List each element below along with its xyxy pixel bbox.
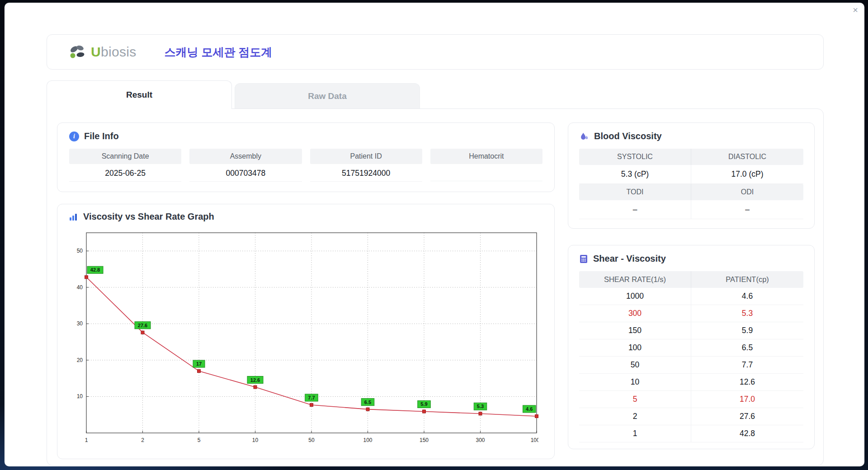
field-label: Assembly [189, 149, 302, 164]
svg-text:5.9: 5.9 [420, 401, 427, 407]
graph-card: Viscosity vs Shear Rate Graph 1020304050… [57, 204, 555, 459]
table-row: 1012.6 [579, 374, 803, 391]
svg-text:1000: 1000 [531, 437, 538, 443]
svg-text:5: 5 [198, 437, 201, 443]
table-row: 1505.9 [579, 322, 803, 339]
file-info-field: Hematocrit [430, 149, 542, 182]
result-panel: i File Info Scanning Date2025-06-25Assem… [47, 108, 824, 466]
svg-text:50: 50 [77, 248, 83, 254]
svg-text:10: 10 [252, 437, 259, 443]
close-icon[interactable]: × [853, 4, 858, 16]
svg-text:20: 20 [77, 357, 83, 363]
table-row: 227.6 [579, 408, 803, 425]
patient-cell: 5.3 [691, 305, 803, 322]
svg-text:4.6: 4.6 [526, 406, 533, 412]
svg-text:30: 30 [77, 320, 83, 327]
file-info-card: i File Info Scanning Date2025-06-25Assem… [57, 122, 555, 192]
left-column: i File Info Scanning Date2025-06-25Assem… [57, 122, 555, 459]
column-header: ODI [691, 184, 803, 200]
field-value [430, 164, 542, 181]
column-header: DIASTOLIC [691, 149, 803, 165]
patient-cell: 7.7 [691, 357, 803, 373]
shear-table-header: SHEAR RATE(1/s) PATIENT(cp) [579, 271, 803, 288]
field-label: Hematocrit [430, 149, 542, 164]
patient-cell: 12.6 [691, 374, 803, 390]
tab-result[interactable]: Result [47, 80, 232, 109]
svg-text:100: 100 [363, 437, 372, 443]
field-value: 51751924000 [310, 164, 422, 182]
file-info-header: i File Info [69, 131, 542, 141]
shear-table-body: 10004.63005.31505.91006.5507.71012.6517.… [579, 288, 803, 442]
shear-rate-cell: 10 [579, 374, 691, 390]
right-column: Blood Viscosity SYSTOLICDIASTOLIC5.3 (cP… [568, 122, 815, 449]
viscosity-chart: 10203040501251050100150300100042.827.617… [68, 227, 545, 455]
app-window: × Ubiosis 스캐닝 모세관 점도계 Result Raw Data [5, 3, 864, 466]
shear-viscosity-table: SHEAR RATE(1/s) PATIENT(cp) 10004.63005.… [579, 271, 803, 442]
table-row: 517.0 [579, 391, 803, 408]
file-info-title: File Info [84, 131, 119, 141]
logo-letters-rest: biosis [101, 44, 137, 59]
table-row: 507.7 [579, 357, 803, 374]
blood-viscosity-header: Blood Viscosity [579, 131, 803, 141]
tab-bar: Result Raw Data [47, 80, 824, 108]
table-row: 10004.6 [579, 288, 803, 305]
field-label: Patient ID [310, 149, 422, 164]
svg-text:300: 300 [476, 437, 485, 443]
column-header: SYSTOLIC [579, 149, 691, 165]
logo-leaf-icon [68, 44, 88, 60]
shear-rate-cell: 300 [579, 305, 691, 322]
value-cell: 5.3 (cP) [579, 165, 691, 184]
shear-viscosity-header: Shear - Viscosity [579, 254, 803, 264]
logo-wordmark: Ubiosis [91, 44, 136, 60]
svg-text:12.6: 12.6 [250, 377, 260, 383]
svg-text:150: 150 [420, 437, 429, 443]
column-header: TODI [579, 184, 691, 200]
shear-viscosity-title: Shear - Viscosity [593, 254, 666, 264]
table-row: 3005.3 [579, 305, 803, 322]
file-info-field: Patient ID51751924000 [310, 149, 422, 182]
svg-text:7.7: 7.7 [308, 395, 315, 400]
field-label: Scanning Date [69, 149, 181, 164]
patient-cell: 4.6 [691, 288, 803, 305]
blood-viscosity-value-row: –– [579, 200, 803, 219]
patient-cell: 6.5 [691, 339, 803, 356]
window-content: Ubiosis 스캐닝 모세관 점도계 Result Raw Data i Fi… [5, 3, 864, 466]
droplet-icon [579, 132, 589, 141]
page-title: 스캐닝 모세관 점도계 [164, 45, 272, 60]
svg-text:6.5: 6.5 [364, 400, 371, 405]
table-row: 1006.5 [579, 339, 803, 357]
patient-cell: 5.9 [691, 322, 803, 339]
svg-text:10: 10 [77, 393, 83, 400]
svg-text:2: 2 [141, 437, 144, 443]
bar-chart-icon [68, 212, 78, 222]
patient-cell: 17.0 [691, 391, 803, 408]
file-info-field: Assembly000703478 [189, 149, 302, 182]
blood-viscosity-table: SYSTOLICDIASTOLIC5.3 (cP)17.0 (cP)TODIOD… [579, 149, 803, 219]
shear-viscosity-card: Shear - Viscosity SHEAR RATE(1/s) PATIEN… [568, 245, 815, 449]
shear-rate-cell: 2 [579, 408, 691, 425]
tab-raw-data[interactable]: Raw Data [235, 83, 420, 108]
svg-text:40: 40 [77, 284, 83, 291]
field-value: 2025-06-25 [69, 164, 181, 182]
blood-viscosity-header-row: TODIODI [579, 184, 803, 200]
graph-header: Viscosity vs Shear Rate Graph [68, 212, 545, 222]
shear-rate-cell: 5 [579, 391, 691, 408]
table-row: 142.8 [579, 425, 803, 442]
patient-cell: 42.8 [691, 425, 803, 442]
shear-rate-cell: 1 [579, 425, 691, 442]
blood-viscosity-card: Blood Viscosity SYSTOLICDIASTOLIC5.3 (cP… [568, 122, 815, 229]
info-icon: i [69, 132, 79, 141]
value-cell: 17.0 (cP) [691, 165, 803, 184]
app-header: Ubiosis 스캐닝 모세관 점도계 [47, 34, 824, 70]
chart-svg: 10203040501251050100150300100042.827.617… [68, 227, 538, 453]
logo-letter-u: U [91, 44, 101, 59]
field-value: 000703478 [189, 164, 302, 182]
graph-title: Viscosity vs Shear Rate Graph [83, 212, 214, 222]
value-cell: – [691, 200, 803, 219]
shear-rate-cell: 1000 [579, 288, 691, 305]
value-cell: – [579, 200, 691, 219]
file-info-fields: Scanning Date2025-06-25Assembly000703478… [69, 149, 542, 182]
shear-rate-cell: 50 [579, 357, 691, 373]
blood-viscosity-value-row: 5.3 (cP)17.0 (cP) [579, 165, 803, 184]
blood-viscosity-title: Blood Viscosity [594, 131, 662, 141]
